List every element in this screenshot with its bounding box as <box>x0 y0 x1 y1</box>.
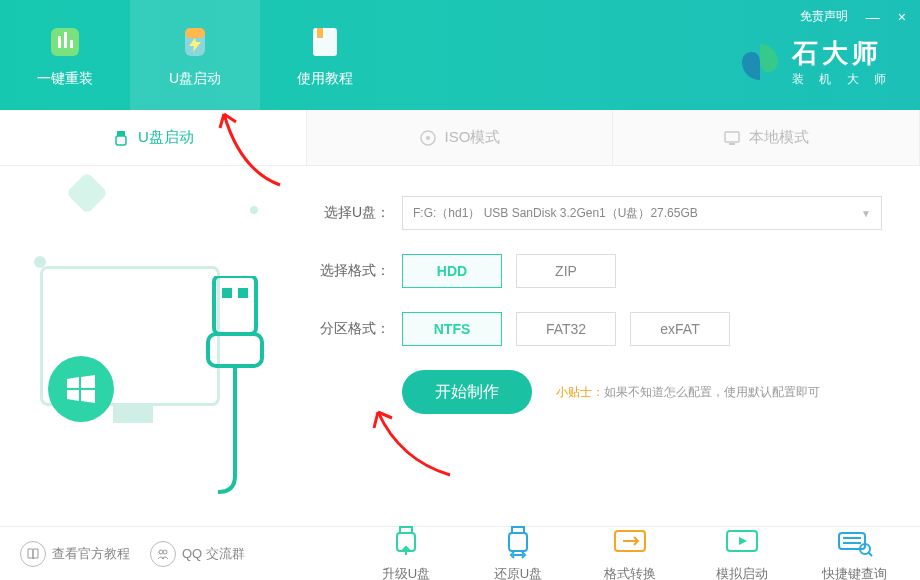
illustration <box>0 166 300 526</box>
disk-label: 选择U盘： <box>310 204 390 222</box>
tool-label: 快捷键查询 <box>822 565 887 581</box>
partition-option-exfat[interactable]: exFAT <box>630 312 730 346</box>
partition-option-fat32[interactable]: FAT32 <box>516 312 616 346</box>
svg-point-19 <box>163 550 167 554</box>
nav-item-reinstall[interactable]: 一键重装 <box>0 0 130 110</box>
tab-local-mode[interactable]: 本地模式 <box>613 110 920 165</box>
tutorial-icon <box>305 22 345 62</box>
upgrade-usb-icon <box>387 525 425 559</box>
qq-group-link[interactable]: QQ 交流群 <box>150 541 245 567</box>
svg-rect-9 <box>116 136 126 145</box>
svg-rect-3 <box>70 40 73 48</box>
mode-tabs: U盘启动 ISO模式 本地模式 <box>0 110 920 166</box>
nav-label: 使用教程 <box>297 70 353 88</box>
window-controls: 免责声明 — × <box>800 8 906 25</box>
tool-simulate-boot[interactable]: 模拟启动 <box>696 525 788 581</box>
svg-rect-6 <box>313 28 337 56</box>
titlebar: 免责声明 — × 石大师 装 机 大 师 一键重装 U盘启动 <box>0 0 920 110</box>
format-option-zip[interactable]: ZIP <box>516 254 616 288</box>
brand-logo-icon <box>738 40 782 84</box>
partition-option-ntfs[interactable]: NTFS <box>402 312 502 346</box>
usb-plug-icon <box>200 276 270 496</box>
format-option-hdd[interactable]: HDD <box>402 254 502 288</box>
monitor-icon <box>723 129 741 147</box>
nav-label: U盘启动 <box>169 70 221 88</box>
tab-usb-boot[interactable]: U盘启动 <box>0 110 307 165</box>
tool-restore-usb[interactable]: 还原U盘 <box>472 525 564 581</box>
tab-iso-mode[interactable]: ISO模式 <box>307 110 614 165</box>
svg-rect-15 <box>222 288 232 298</box>
iso-icon <box>419 129 437 147</box>
brand-subtitle: 装 机 大 师 <box>792 71 892 88</box>
tab-label: 本地模式 <box>749 128 809 147</box>
svg-rect-17 <box>208 334 262 366</box>
disk-value: F:G:（hd1） USB SanDisk 3.2Gen1（U盘）27.65GB <box>413 205 698 222</box>
format-label: 选择格式： <box>310 262 390 280</box>
main-nav: 一键重装 U盘启动 使用教程 <box>0 0 390 110</box>
tutorial-link[interactable]: 查看官方教程 <box>20 541 130 567</box>
tool-label: 格式转换 <box>604 565 656 581</box>
svg-rect-5 <box>185 28 205 38</box>
restore-usb-icon <box>499 525 537 559</box>
hotkey-icon <box>835 525 873 559</box>
footer-label: QQ 交流群 <box>182 545 245 563</box>
windows-icon <box>48 356 114 422</box>
partition-label: 分区格式： <box>310 320 390 338</box>
people-icon <box>150 541 176 567</box>
svg-rect-2 <box>64 32 67 48</box>
tool-label: 模拟启动 <box>716 565 768 581</box>
footer: 查看官方教程 QQ 交流群 升级U盘 还原U盘 格式转换 <box>0 526 920 580</box>
svg-rect-16 <box>238 288 248 298</box>
svg-point-18 <box>159 550 163 554</box>
nav-item-usb-boot[interactable]: U盘启动 <box>130 0 260 110</box>
tool-label: 升级U盘 <box>382 565 430 581</box>
close-button[interactable]: × <box>898 9 906 25</box>
svg-rect-7 <box>317 28 323 38</box>
disk-select[interactable]: F:G:（hd1） USB SanDisk 3.2Gen1（U盘）27.65GB… <box>402 196 882 230</box>
chevron-down-icon: ▼ <box>861 208 871 219</box>
nav-item-tutorial[interactable]: 使用教程 <box>260 0 390 110</box>
simulate-boot-icon <box>723 525 761 559</box>
footer-label: 查看官方教程 <box>52 545 130 563</box>
svg-point-11 <box>426 136 430 140</box>
reinstall-icon <box>45 22 85 62</box>
brand-title: 石大师 <box>792 36 892 71</box>
disclaimer-link[interactable]: 免责声明 <box>800 8 848 25</box>
svg-rect-1 <box>58 36 61 48</box>
tool-format-convert[interactable]: 格式转换 <box>584 525 676 581</box>
svg-rect-23 <box>509 533 527 551</box>
tool-hotkey-lookup[interactable]: 快捷键查询 <box>808 525 900 581</box>
svg-rect-13 <box>729 143 735 145</box>
tab-label: ISO模式 <box>445 128 501 147</box>
minimize-button[interactable]: — <box>866 9 880 25</box>
brand: 石大师 装 机 大 师 <box>738 36 892 88</box>
svg-rect-14 <box>214 276 256 334</box>
tab-label: U盘启动 <box>138 128 194 147</box>
usb-boot-icon <box>175 22 215 62</box>
book-icon <box>20 541 46 567</box>
tool-label: 还原U盘 <box>494 565 542 581</box>
tip-text: 小贴士：如果不知道怎么配置，使用默认配置即可 <box>556 384 820 401</box>
main-content: 选择U盘： F:G:（hd1） USB SanDisk 3.2Gen1（U盘）2… <box>0 166 920 526</box>
svg-line-30 <box>868 552 872 556</box>
start-button[interactable]: 开始制作 <box>402 370 532 414</box>
config-form: 选择U盘： F:G:（hd1） USB SanDisk 3.2Gen1（U盘）2… <box>300 166 920 526</box>
format-convert-icon <box>611 525 649 559</box>
tool-upgrade-usb[interactable]: 升级U盘 <box>360 525 452 581</box>
usb-icon <box>112 129 130 147</box>
svg-rect-12 <box>725 132 739 142</box>
nav-label: 一键重装 <box>37 70 93 88</box>
